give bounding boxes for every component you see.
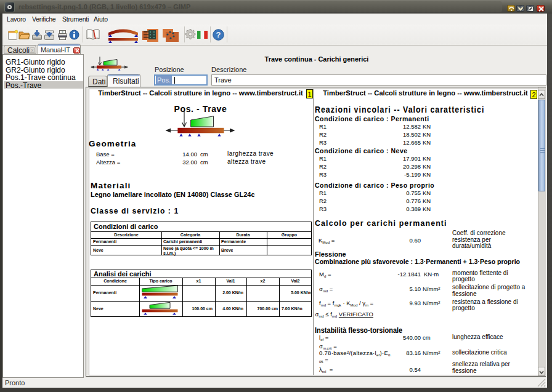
svg-text:?: ? <box>216 30 221 39</box>
